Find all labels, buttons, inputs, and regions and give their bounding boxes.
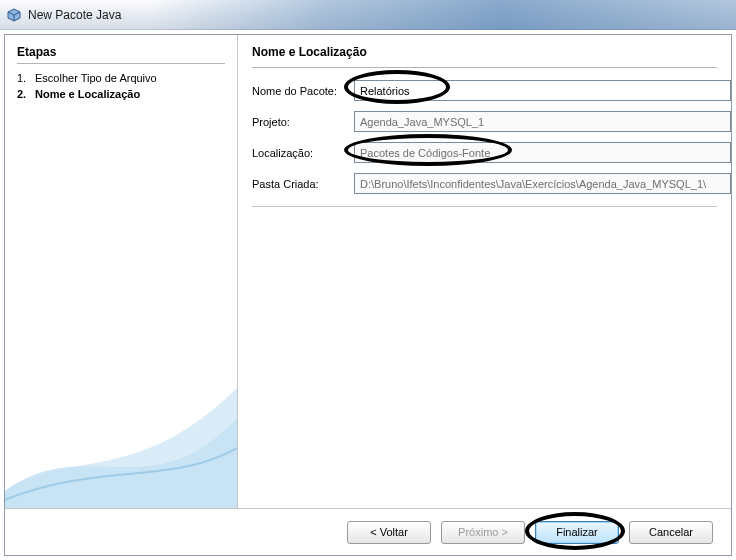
divider [252,67,717,68]
panel-heading: Nome e Localização [252,45,731,59]
back-button[interactable]: < Voltar [347,521,431,544]
steps-sidebar: Etapas 1. Escolher Tipo de Arquivo 2. No… [5,35,237,508]
created-folder-input [354,173,731,194]
location-label: Localização: [252,147,348,159]
step-number: 2. [17,88,35,100]
dialog-window: New Pacote Java Etapas 1. Escolher Tipo … [0,0,736,560]
wizard-main: Etapas 1. Escolher Tipo de Arquivo 2. No… [5,35,731,509]
created-folder-label: Pasta Criada: [252,178,348,190]
package-name-label: Nome do Pacote: [252,85,348,97]
steps-heading: Etapas [17,45,225,59]
sidebar-decorative-art [5,378,237,508]
project-label: Projeto: [252,116,348,128]
package-icon [6,7,22,23]
divider [252,206,717,207]
cancel-button[interactable]: Cancelar [629,521,713,544]
titlebar-gradient [150,0,736,30]
wizard-frame: Etapas 1. Escolher Tipo de Arquivo 2. No… [4,34,732,556]
step-number: 1. [17,72,35,84]
window-title: New Pacote Java [28,8,121,22]
location-input[interactable] [354,142,731,163]
form-wrap: Nome do Pacote: Projeto: Localização: Pa… [252,80,731,498]
next-button: Próximo > [441,521,525,544]
project-input [354,111,731,132]
step-label: Nome e Localização [35,88,140,100]
steps-list: 1. Escolher Tipo de Arquivo 2. Nome e Lo… [17,72,225,100]
wizard-content: Nome e Localização Nome do Pacote: Proje… [238,35,731,508]
step-label: Escolher Tipo de Arquivo [35,72,157,84]
step-1: 1. Escolher Tipo de Arquivo [17,72,225,84]
divider [17,63,225,64]
wizard-footer: < Voltar Próximo > Finalizar Cancelar [5,509,731,555]
form-grid: Nome do Pacote: Projeto: Localização: Pa… [252,80,731,194]
titlebar: New Pacote Java [0,0,736,30]
step-2: 2. Nome e Localização [17,88,225,100]
finish-button[interactable]: Finalizar [535,521,619,544]
package-name-input[interactable] [354,80,731,101]
